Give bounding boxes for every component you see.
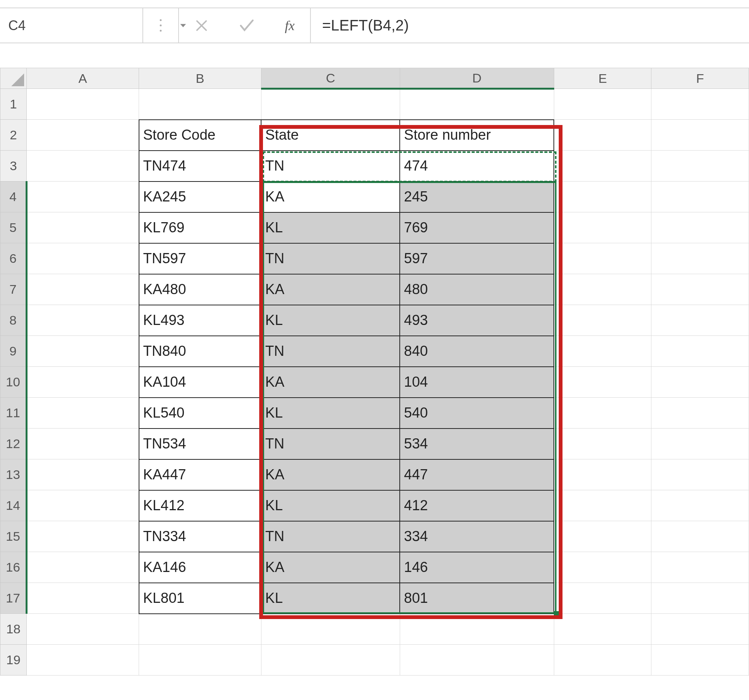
cell[interactable]: TN: [261, 336, 400, 367]
col-header-E[interactable]: E: [554, 68, 651, 89]
cell[interactable]: TN334: [139, 521, 261, 552]
cell[interactable]: [26, 367, 139, 398]
col-header-A[interactable]: A: [26, 68, 139, 89]
cell[interactable]: [651, 367, 749, 398]
cell-header-store-number[interactable]: Store number: [400, 120, 554, 151]
cell[interactable]: [554, 212, 651, 243]
cell[interactable]: [26, 645, 139, 676]
cell[interactable]: [554, 521, 651, 552]
col-header-F[interactable]: F: [651, 68, 749, 89]
cell[interactable]: [554, 336, 651, 367]
cell[interactable]: KL: [261, 583, 400, 614]
cell[interactable]: [26, 614, 139, 645]
cell[interactable]: [139, 645, 261, 676]
cell[interactable]: [651, 614, 749, 645]
cell[interactable]: 540: [400, 398, 554, 429]
cell[interactable]: KA: [261, 552, 400, 583]
cell-header-state[interactable]: State: [261, 120, 400, 151]
cell[interactable]: [554, 614, 651, 645]
cell[interactable]: [26, 398, 139, 429]
cell[interactable]: 104: [400, 367, 554, 398]
cell[interactable]: [26, 583, 139, 614]
cell[interactable]: 801: [400, 583, 554, 614]
col-header-D[interactable]: D: [400, 68, 554, 89]
cell[interactable]: KA: [261, 459, 400, 490]
row-header[interactable]: 6: [0, 243, 27, 274]
cell[interactable]: 534: [400, 429, 554, 459]
cell[interactable]: [651, 490, 749, 521]
worksheet[interactable]: A B C D E F 1 2 Store Code: [0, 68, 749, 676]
cell[interactable]: 493: [400, 305, 554, 336]
cell[interactable]: [26, 120, 139, 151]
cell[interactable]: [651, 583, 749, 614]
cell[interactable]: [651, 305, 749, 336]
row-header[interactable]: 13: [0, 459, 27, 490]
cell[interactable]: [26, 151, 139, 181]
cell[interactable]: 480: [400, 274, 554, 305]
cell[interactable]: [261, 614, 400, 645]
row-header[interactable]: 15: [0, 521, 27, 552]
cell[interactable]: 474: [400, 151, 554, 181]
cell[interactable]: [26, 336, 139, 367]
name-box-dropdown-icon[interactable]: [178, 21, 188, 31]
cell[interactable]: 146: [400, 552, 554, 583]
cell[interactable]: [554, 120, 651, 151]
cell-header-store-code[interactable]: Store Code: [139, 120, 261, 151]
cell[interactable]: [554, 151, 651, 181]
cell[interactable]: [139, 614, 261, 645]
row-header[interactable]: 17: [0, 583, 27, 614]
row-header[interactable]: 8: [0, 305, 27, 336]
cell[interactable]: [651, 429, 749, 459]
cell[interactable]: [26, 521, 139, 552]
row-header[interactable]: 7: [0, 274, 27, 305]
row-header[interactable]: 3: [0, 151, 27, 181]
cell[interactable]: 447: [400, 459, 554, 490]
cell[interactable]: [261, 645, 400, 676]
cell[interactable]: 597: [400, 243, 554, 274]
cell[interactable]: [651, 645, 749, 676]
cell[interactable]: [651, 274, 749, 305]
row-header[interactable]: 14: [0, 490, 27, 521]
cell[interactable]: KA480: [139, 274, 261, 305]
cell[interactable]: TN: [261, 243, 400, 274]
cell[interactable]: [26, 89, 139, 120]
cell[interactable]: KA: [261, 367, 400, 398]
cell[interactable]: [400, 89, 554, 120]
cell[interactable]: KL: [261, 490, 400, 521]
cell[interactable]: 769: [400, 212, 554, 243]
cell-active[interactable]: KA: [261, 181, 400, 212]
cell[interactable]: [651, 120, 749, 151]
cell[interactable]: [26, 243, 139, 274]
row-header[interactable]: 1: [0, 89, 27, 120]
cell[interactable]: [554, 89, 651, 120]
cell[interactable]: [26, 459, 139, 490]
cell[interactable]: 245: [400, 181, 554, 212]
cell[interactable]: [26, 212, 139, 243]
row-header[interactable]: 10: [0, 367, 27, 398]
cell[interactable]: KL540: [139, 398, 261, 429]
cell[interactable]: KA: [261, 274, 400, 305]
cell[interactable]: [26, 305, 139, 336]
cell[interactable]: KA146: [139, 552, 261, 583]
cell[interactable]: TN597: [139, 243, 261, 274]
cell[interactable]: TN840: [139, 336, 261, 367]
cell[interactable]: TN: [261, 521, 400, 552]
cell[interactable]: [554, 459, 651, 490]
cell[interactable]: [261, 89, 400, 120]
cell[interactable]: KL: [261, 212, 400, 243]
cell[interactable]: [651, 181, 749, 212]
cell[interactable]: [26, 181, 139, 212]
cell[interactable]: [651, 151, 749, 181]
cell[interactable]: TN: [261, 429, 400, 459]
select-all-corner[interactable]: [0, 68, 27, 89]
cell[interactable]: [400, 614, 554, 645]
formula-input[interactable]: =LEFT(B4,2): [311, 8, 749, 43]
cell[interactable]: [26, 490, 139, 521]
row-header[interactable]: 4: [0, 181, 27, 212]
row-header[interactable]: 18: [0, 614, 27, 645]
cell[interactable]: [651, 212, 749, 243]
cell[interactable]: [554, 181, 651, 212]
cell[interactable]: KL412: [139, 490, 261, 521]
cell[interactable]: [651, 521, 749, 552]
cell[interactable]: [400, 645, 554, 676]
